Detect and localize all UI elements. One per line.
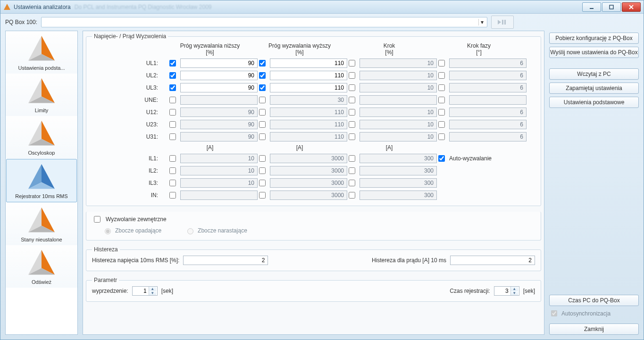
i1-low-checkbox[interactable] [169, 167, 176, 174]
v3-high-checkbox[interactable] [259, 97, 266, 103]
lead-up-icon[interactable]: ▲ [149, 287, 156, 291]
close-button[interactable]: Zamknij [549, 323, 639, 335]
pc-time-button[interactable]: Czas PC do PQ-Box [549, 295, 639, 306]
v0-high-input[interactable] [270, 58, 347, 68]
i2-high-checkbox[interactable] [259, 180, 266, 186]
v0-high-checkbox[interactable] [259, 60, 266, 66]
pqbox-combo[interactable]: ▾ [41, 17, 487, 27]
v5-phase-checkbox[interactable] [438, 121, 445, 128]
v5-low-checkbox[interactable] [169, 121, 176, 128]
auto-trigger-checkbox[interactable] [438, 155, 445, 162]
minimize-button[interactable] [582, 2, 601, 12]
v1-phase-checkbox[interactable] [438, 72, 445, 79]
i2-step-input [360, 178, 437, 188]
v6-phase-checkbox[interactable] [438, 133, 445, 140]
v1-high-checkbox[interactable] [259, 72, 266, 79]
v2-phase-checkbox[interactable] [438, 84, 445, 91]
load-from-pc-button[interactable]: Wczytaj z PC [549, 68, 639, 80]
v1-low-input[interactable] [180, 71, 258, 80]
v4-step-checkbox[interactable] [349, 109, 355, 116]
maximize-button[interactable] [602, 2, 621, 12]
i0-low-input [180, 154, 258, 163]
i2-step-checkbox[interactable] [349, 180, 355, 186]
v0-step-checkbox[interactable] [349, 60, 355, 66]
i3-low-checkbox[interactable] [169, 192, 176, 199]
hysteresis-current-input[interactable] [450, 256, 535, 265]
i0-step-checkbox[interactable] [349, 155, 355, 162]
autosync-checkbox[interactable] [551, 310, 557, 316]
ext-trigger-checkbox[interactable] [94, 216, 100, 223]
row-label-v2: UL3: [92, 84, 163, 91]
v0-low-input[interactable] [180, 58, 258, 68]
v0-low-checkbox[interactable] [169, 60, 176, 66]
rec-spinner[interactable]: ▲▼ [494, 286, 519, 296]
hysteresis-voltage-input[interactable] [183, 256, 268, 265]
i0-high-input [270, 154, 347, 163]
rec-up-icon[interactable]: ▲ [511, 287, 518, 291]
unit-a: [A] [257, 144, 342, 151]
i0-low-cell [167, 154, 252, 163]
v2-low-checkbox[interactable] [169, 84, 176, 91]
parameter-legend: Parametr [92, 277, 119, 283]
v1-low-checkbox[interactable] [169, 72, 176, 79]
v5-high-cell [257, 120, 342, 129]
v1-high-input[interactable] [270, 71, 347, 80]
unit-a: [A] [167, 144, 252, 151]
i0-low-checkbox[interactable] [169, 155, 176, 162]
i0-step-input [360, 154, 437, 163]
sidebar-item-4[interactable]: Stany nieustalone [6, 203, 77, 245]
i0-high-checkbox[interactable] [259, 155, 266, 162]
i0-high-cell [257, 154, 342, 163]
sidebar-item-0[interactable]: Ustawienia podsta... [6, 31, 77, 74]
remember-settings-button[interactable]: Zapamiętaj ustawienia [549, 83, 639, 94]
v6-step-checkbox[interactable] [349, 133, 355, 140]
col-header: Krok[%] [347, 42, 432, 56]
v6-high-checkbox[interactable] [259, 133, 266, 140]
v3-step-cell [347, 95, 432, 105]
rec-value[interactable] [494, 287, 510, 295]
v2-low-input[interactable] [180, 83, 258, 92]
v3-phase-checkbox[interactable] [438, 97, 445, 103]
v2-high-input[interactable] [270, 83, 347, 92]
v6-low-checkbox[interactable] [169, 133, 176, 140]
lead-spinner[interactable]: ▲▼ [132, 286, 158, 296]
play-pause-button[interactable] [491, 16, 514, 29]
v4-phase-input [449, 108, 527, 117]
i1-high-checkbox[interactable] [259, 167, 266, 174]
rec-down-icon[interactable]: ▼ [511, 291, 518, 295]
v3-step-checkbox[interactable] [349, 97, 355, 103]
sidebar-item-5[interactable]: Odśwież [6, 245, 77, 288]
titlebar: Ustawienia analizatora Do PCL and Instru… [0, 0, 644, 14]
v4-phase-checkbox[interactable] [438, 109, 445, 116]
i0-step-cell [347, 154, 432, 163]
v4-low-checkbox[interactable] [169, 109, 176, 116]
sidebar-item-3[interactable]: Rejestrator 10ms RMS [6, 159, 77, 202]
i3-step-checkbox[interactable] [349, 192, 355, 199]
lead-down-icon[interactable]: ▼ [149, 291, 156, 295]
default-settings-button[interactable]: Ustawienia podstawowe [549, 97, 639, 108]
rec-label: Czas rejestracji: [450, 288, 490, 294]
sidebar-item-2[interactable]: Oscyloskop [6, 116, 77, 158]
edge-falling-radio[interactable]: Zbocze opadające [102, 227, 161, 234]
edge-rising-radio[interactable]: Zbocze narastające [185, 227, 247, 234]
titlebar-extra: Do PCL and Instrumenta PQ Diagnostic Wro… [75, 4, 581, 10]
close-window-button[interactable] [622, 2, 641, 12]
lead-value[interactable] [133, 287, 149, 295]
v5-high-checkbox[interactable] [259, 121, 266, 128]
app-icon [3, 3, 11, 11]
i1-step-checkbox[interactable] [349, 167, 355, 174]
download-config-button[interactable]: Pobierz konfigurację z PQ-Box [549, 33, 639, 44]
v2-high-checkbox[interactable] [259, 84, 266, 91]
i2-low-checkbox[interactable] [169, 180, 176, 186]
svg-rect-7 [504, 20, 506, 25]
v5-phase-input [449, 120, 527, 129]
v1-step-checkbox[interactable] [349, 72, 355, 79]
sidebar-item-1[interactable]: Limity [6, 74, 77, 116]
v2-step-checkbox[interactable] [349, 84, 355, 91]
v5-step-checkbox[interactable] [349, 121, 355, 128]
v4-high-checkbox[interactable] [259, 109, 266, 116]
v0-phase-checkbox[interactable] [438, 60, 445, 66]
v3-low-checkbox[interactable] [169, 97, 176, 103]
i3-high-checkbox[interactable] [259, 192, 266, 199]
upload-config-button[interactable]: Wyślij nowe ustawienia do PQ-Box [549, 47, 639, 58]
